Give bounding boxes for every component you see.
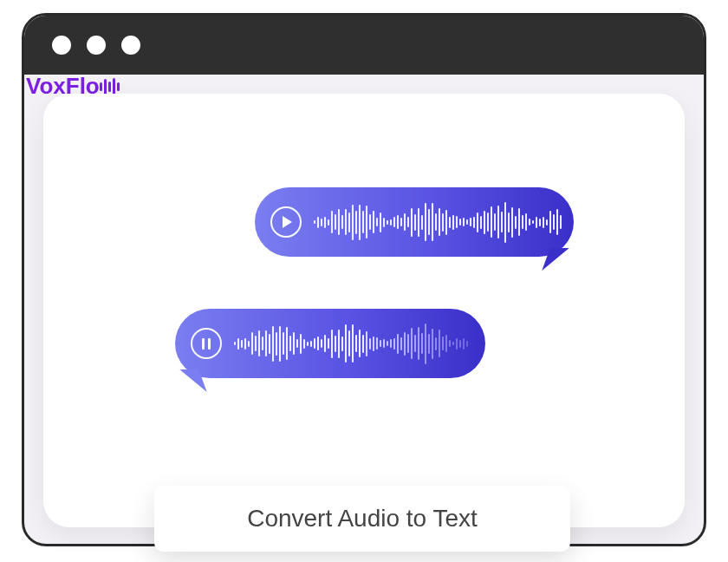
audio-waveform[interactable]: [234, 309, 470, 378]
pause-button[interactable]: [191, 328, 222, 359]
audio-message-bubble[interactable]: [175, 309, 485, 378]
audio-waveform[interactable]: [314, 187, 562, 257]
window-control-dot[interactable]: [52, 36, 71, 55]
cta-label: Convert Audio to Text: [247, 505, 478, 533]
logo-waveform-icon: [100, 78, 120, 95]
audio-message-bubble[interactable]: [255, 187, 574, 257]
window-control-dot[interactable]: [121, 36, 140, 55]
window-titlebar: [24, 16, 704, 75]
pause-icon: [202, 338, 211, 350]
content-panel: [43, 94, 685, 527]
play-button[interactable]: [270, 206, 302, 238]
convert-audio-button[interactable]: Convert Audio to Text: [154, 486, 570, 552]
play-icon: [283, 216, 292, 228]
window-control-dot[interactable]: [87, 36, 106, 55]
bubble-tail: [179, 369, 206, 392]
